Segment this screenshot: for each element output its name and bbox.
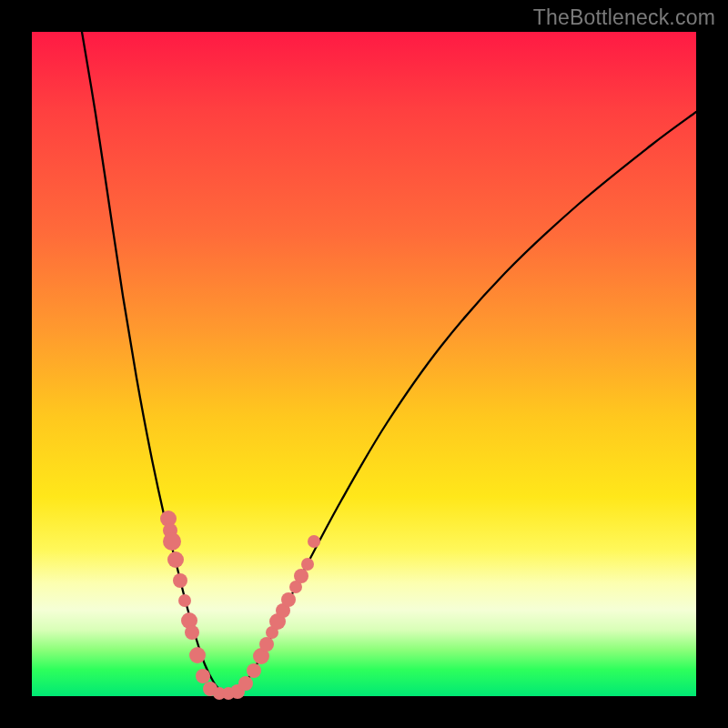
data-dot	[189, 647, 206, 663]
data-dot	[281, 592, 296, 607]
data-dot	[173, 573, 187, 588]
plot-area	[32, 32, 696, 696]
data-dot	[178, 594, 191, 607]
data-dot	[196, 669, 210, 683]
watermark-text: TheBottleneck.com	[533, 5, 715, 30]
data-dot	[308, 535, 320, 548]
data-dot	[238, 676, 253, 691]
right-curve	[237, 112, 696, 693]
data-dot	[294, 569, 308, 583]
chart-stage: TheBottleneck.com	[0, 0, 728, 728]
data-dot	[185, 625, 199, 640]
data-dot	[259, 637, 274, 652]
curves-svg	[32, 32, 696, 696]
data-dot	[167, 551, 184, 568]
left-curve	[82, 32, 223, 693]
data-dot	[247, 663, 261, 678]
data-dot	[301, 558, 314, 571]
data-dots	[160, 511, 320, 700]
data-dot	[163, 532, 181, 551]
